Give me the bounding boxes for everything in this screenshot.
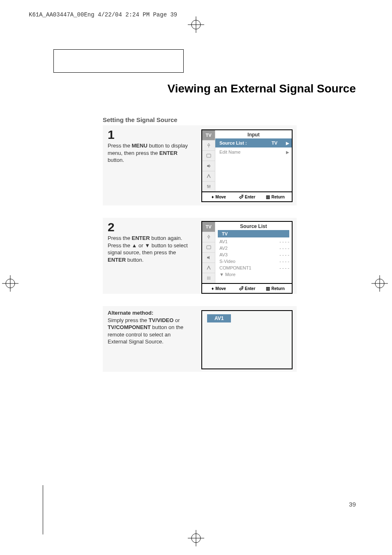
svg-rect-12 [207,154,211,157]
value: - - - - [279,239,289,244]
arrow-icon: ▶ [284,141,289,145]
return-icon: ▥ [266,286,270,291]
enter-icon: ⮰ [239,194,243,199]
label: AV2 [219,246,279,251]
arrow-icon: ▶ [284,150,289,154]
page-title: Viewing an External Signal Source [103,82,356,95]
text: Press the [108,143,132,149]
alternate-method-block: Alternate method: Simply press the TV/VI… [103,306,297,372]
sidebar-channel-icon [202,171,215,181]
label: S-Video [219,259,279,264]
osd-title: Source List [215,222,292,230]
osd-row-av2[interactable]: AV2- - - - [215,245,292,251]
registration-mark-icon [2,275,18,292]
bold: MENU [132,143,148,149]
label: TV [222,231,285,236]
label: Return [272,286,285,291]
osd-row-svideo[interactable]: S-Video- - - - [215,258,292,265]
sidebar-channel-icon [202,263,215,273]
label: Source List : [219,140,265,145]
bold: ENTER [159,150,178,156]
return-icon: ▥ [266,194,270,200]
registration-mark-icon [188,16,204,33]
enter-icon: ⮰ [239,286,243,291]
registration-mark-icon [188,530,204,546]
page-number: 39 [349,501,356,508]
osd-footer: ♦Move ⮰Enter ▥Return [202,191,292,201]
text: button. [108,157,124,163]
osd-row-component1[interactable]: COMPONENT1- - - - [215,265,292,271]
value: - - - - [279,252,289,257]
label: Enter [245,195,256,199]
step-text: Alternate method: Simply press the TV/VI… [108,309,190,345]
svg-point-13 [207,185,208,186]
svg-point-15 [209,186,210,187]
label: AV3 [219,252,279,257]
text: Press the [108,235,132,241]
osd-row-tv[interactable]: TV [218,230,289,237]
osd-sidebar: TV [202,130,215,191]
sidebar-sound-icon [202,161,215,171]
bold: ENTER [108,257,126,263]
label: COMPONENT1 [219,265,279,270]
value: - - - - [279,265,289,270]
source-badge: AV1 [207,314,231,322]
sidebar-picture-icon [202,150,215,161]
osd-row-edit-name[interactable]: Edit Name ▶ [215,147,292,157]
value: - - - - [279,259,289,264]
osd-input-menu: TV Input Sourc [201,129,293,202]
print-header: K61A_AA03447A_00Eng 4/22/04 2:24 PM Page… [29,12,177,18]
sidebar-setup-icon [202,273,215,283]
osd-source-list-menu: TV Source List TV AV1- - - - AV2- - - - … [201,221,293,294]
osd-row-av3[interactable]: AV3- - - - [215,251,292,258]
sidebar-setup-icon [202,181,215,191]
registration-mark-icon [371,275,388,292]
value: - - - - [279,246,289,251]
updown-icon: ♦ [212,194,214,199]
step-text: Press the MENU button to display menu, t… [108,142,194,164]
heading: Alternate method: [108,310,153,316]
label: Move [215,195,226,199]
osd-row-av1[interactable]: AV1- - - - [215,238,292,245]
osd-av1-screen: AV1 [201,310,293,369]
crop-line [43,485,43,534]
osd-row-source-list[interactable]: Source List : TV ▶ [215,138,292,147]
svg-point-14 [208,187,209,187]
bold: ENTER [132,235,150,241]
label: ▼ More [219,272,289,277]
step-2-block: 2 Press the ENTER button again. Press th… [103,218,297,294]
text: button. [126,257,143,263]
label: Return [272,195,285,199]
osd-sidebar: TV [202,222,215,283]
sidebar-sound-icon [202,252,215,263]
bold: TV/VIDEO [149,317,174,323]
sidebar-tv-icon: TV [202,222,215,232]
svg-rect-16 [207,246,211,249]
header-outline-box [53,49,184,73]
sidebar-tv-icon: TV [202,130,215,140]
osd-title: Input [215,130,292,138]
updown-icon: ♦ [212,286,214,291]
bold: TV/COMPONENT [108,324,151,330]
osd-row-more[interactable]: ▼ More [215,271,292,278]
sidebar-antenna-icon [202,232,215,242]
label: Enter [245,286,256,291]
osd-footer: ♦Move ⮰Enter ▥Return [202,283,292,293]
sidebar-picture-icon [202,242,215,252]
value: TV [265,140,284,145]
label: Move [215,286,226,291]
section-subtitle: Setting the Signal Source [103,116,178,123]
label: Edit Name [219,150,265,154]
sidebar-antenna-icon [202,140,215,150]
text: Simply press the [108,317,149,323]
step-text: Press the ENTER button again. Press the … [108,235,194,263]
text: or [173,317,180,323]
label: AV1 [219,239,279,244]
step-1-block: 1 Press the MENU button to display menu,… [103,125,297,205]
